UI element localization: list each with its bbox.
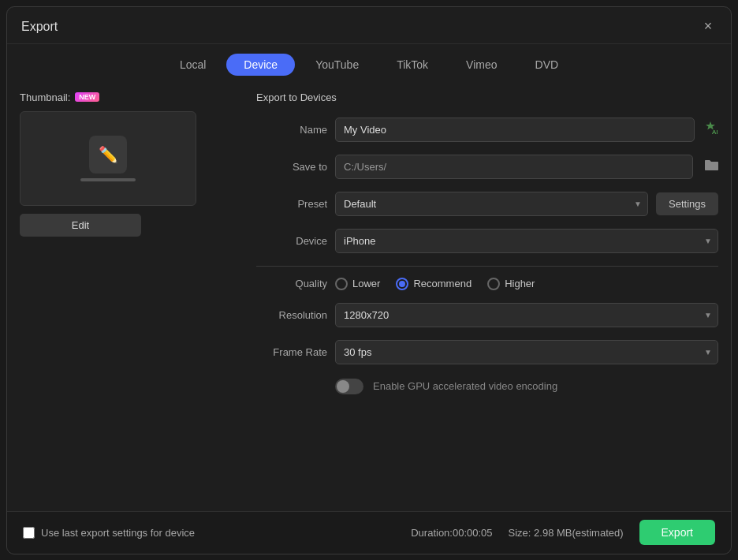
resolution-select-wrapper: 1280x720 ▼ xyxy=(335,303,718,327)
device-select[interactable]: iPhone xyxy=(335,229,718,253)
quality-recommend[interactable]: Recommend xyxy=(396,278,472,290)
radio-higher-outer xyxy=(487,278,500,290)
preset-label: Preset xyxy=(256,198,327,210)
section-title: Export to Devices xyxy=(256,91,718,103)
dialog-header: Export × xyxy=(7,7,731,44)
name-label: Name xyxy=(256,124,327,136)
duration-display: Duration:00:00:05 xyxy=(411,527,492,539)
duration-value: 00:00:05 xyxy=(453,527,493,539)
frame-rate-label: Frame Rate xyxy=(256,346,327,358)
device-label: Device xyxy=(256,235,327,247)
name-row: Name AI xyxy=(256,118,718,142)
frame-rate-select[interactable]: 30 fps xyxy=(335,340,718,364)
export-button[interactable]: Export xyxy=(639,520,715,545)
last-settings-label: Use last export settings for device xyxy=(41,527,195,539)
device-row: Device iPhone ▼ xyxy=(256,229,718,253)
tab-dvd[interactable]: DVD xyxy=(518,54,576,76)
footer: Use last export settings for device Dura… xyxy=(7,511,731,554)
save-to-input[interactable] xyxy=(335,155,693,179)
quality-lower[interactable]: Lower xyxy=(335,278,380,290)
tab-device[interactable]: Device xyxy=(226,54,295,76)
quality-recommend-label: Recommend xyxy=(413,278,472,289)
tab-bar: Local Device YouTube TikTok Vimeo DVD xyxy=(7,44,731,84)
thumbnail-label: Thumbnail: NEW xyxy=(20,91,240,103)
resolution-label: Resolution xyxy=(256,309,327,321)
preset-select[interactable]: Default xyxy=(335,192,648,216)
quality-label: Quality xyxy=(256,278,327,289)
folder-icon[interactable] xyxy=(704,159,718,174)
content-area: Thumbnail: NEW ✏️ Edit Export to Devices… xyxy=(7,84,731,502)
svg-text:AI: AI xyxy=(712,129,718,136)
device-select-wrapper: iPhone ▼ xyxy=(335,229,718,253)
pencil-icon: ✏️ xyxy=(89,136,127,174)
right-panel: Export to Devices Name AI Save to xyxy=(256,84,718,490)
frame-rate-select-wrapper: 30 fps ▼ xyxy=(335,340,718,364)
thumbnail-preview: ✏️ xyxy=(20,111,196,206)
radio-recommend-outer xyxy=(396,278,408,290)
preset-row: Preset Default ▼ Settings xyxy=(256,192,718,216)
save-to-row: Save to xyxy=(256,155,718,179)
radio-lower-outer xyxy=(335,278,348,290)
frame-rate-row: Frame Rate 30 fps ▼ xyxy=(256,340,718,364)
tab-youtube[interactable]: YouTube xyxy=(298,54,376,76)
quality-lower-label: Lower xyxy=(352,278,380,289)
last-settings-checkbox-area: Use last export settings for device xyxy=(23,527,195,539)
preset-select-wrapper: Default ▼ xyxy=(335,192,648,216)
tab-local[interactable]: Local xyxy=(162,54,223,76)
dialog-title: Export xyxy=(21,20,58,34)
quality-higher-label: Higher xyxy=(505,278,535,289)
name-input[interactable] xyxy=(335,118,695,142)
gpu-toggle-row: Enable GPU accelerated video encoding xyxy=(256,379,718,394)
tab-tiktok[interactable]: TikTok xyxy=(379,54,445,76)
left-panel: Thumbnail: NEW ✏️ Edit xyxy=(20,84,240,490)
new-badge: NEW xyxy=(75,92,99,102)
divider xyxy=(256,266,718,267)
thumbnail-line xyxy=(80,178,136,181)
quality-options: Lower Recommend Higher xyxy=(335,278,535,290)
gpu-toggle[interactable] xyxy=(335,379,363,394)
footer-right: Duration:00:00:05 Size: 2.98 MB(estimate… xyxy=(411,520,715,545)
size-label: Size: xyxy=(509,527,531,539)
duration-label: Duration: xyxy=(411,527,453,539)
radio-recommend-inner xyxy=(399,281,405,287)
edit-button[interactable]: Edit xyxy=(20,214,141,237)
resolution-select[interactable]: 1280x720 xyxy=(335,303,718,327)
last-settings-checkbox[interactable] xyxy=(23,527,35,539)
gpu-toggle-label: Enable GPU accelerated video encoding xyxy=(373,380,557,392)
size-value: 2.98 MB(estimated) xyxy=(534,527,623,539)
settings-button[interactable]: Settings xyxy=(656,192,718,215)
export-dialog: Export × Local Device YouTube TikTok Vim… xyxy=(6,6,732,554)
tab-vimeo[interactable]: Vimeo xyxy=(449,54,514,76)
toggle-knob xyxy=(337,380,349,393)
resolution-row: Resolution 1280x720 ▼ xyxy=(256,303,718,327)
ai-icon[interactable]: AI xyxy=(703,120,718,139)
save-to-label: Save to xyxy=(256,161,327,173)
close-button[interactable]: × xyxy=(699,18,717,35)
quality-higher[interactable]: Higher xyxy=(487,278,535,290)
quality-row: Quality Lower Recommend Higher xyxy=(256,278,718,290)
size-display: Size: 2.98 MB(estimated) xyxy=(509,527,624,539)
thumbnail-text: Thumbnail: xyxy=(20,91,70,103)
